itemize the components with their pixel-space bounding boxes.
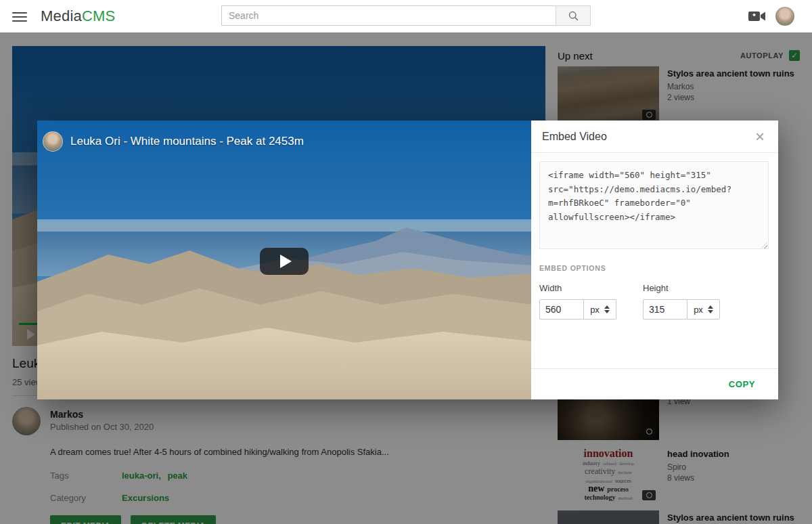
user-avatar[interactable] [775,7,794,26]
page: MediaCMS Leuka Ori - White mountains - P… [0,0,812,524]
search-bar [221,5,591,27]
search-input[interactable] [221,5,556,26]
hamburger-menu-icon[interactable] [12,9,27,23]
search-icon [568,10,579,22]
logo[interactable]: MediaCMS [41,7,115,25]
dialog-title: Embed Video [542,131,752,143]
height-unit-select[interactable]: px [687,299,720,320]
embed-dialog: Embed Video × <iframe width="560" height… [531,121,778,399]
width-field-group: Width px [539,283,616,320]
app-header: MediaCMS [0,0,812,33]
spinner-arrows-icon [708,305,713,313]
height-label: Height [643,283,720,293]
height-field-group: Height px [643,283,720,320]
search-button[interactable] [556,5,591,26]
width-label: Width [539,283,616,293]
close-icon[interactable]: × [752,129,767,145]
logo-cms: CMS [82,7,116,24]
width-input[interactable] [539,299,584,320]
preview-video-title[interactable]: Leuka Ori - White mountains - Peak at 24… [70,135,304,148]
videocam-plus-icon [748,10,766,22]
height-unit-value: px [694,305,703,315]
preview-header: Leuka Ori - White mountains - Peak at 24… [43,131,304,152]
height-input[interactable] [643,299,687,320]
author-avatar[interactable] [43,131,63,152]
embed-preview-player[interactable]: Leuka Ori - White mountains - Peak at 24… [37,121,531,399]
dialog-header: Embed Video × [531,121,778,153]
embed-code-textarea[interactable]: <iframe width="560" height="315" src="ht… [539,161,769,249]
copy-button[interactable]: COPY [725,378,759,390]
dialog-footer: COPY [531,368,778,399]
width-unit-select[interactable]: px [584,299,616,320]
embed-options-label: EMBED OPTIONS [539,264,606,272]
embed-modal: Leuka Ori - White mountains - Peak at 24… [37,121,778,399]
play-button[interactable] [260,248,309,275]
spinner-arrows-icon [604,305,610,313]
width-unit-value: px [590,305,600,315]
upload-media-button[interactable] [748,10,766,22]
logo-media: Media [41,7,82,24]
